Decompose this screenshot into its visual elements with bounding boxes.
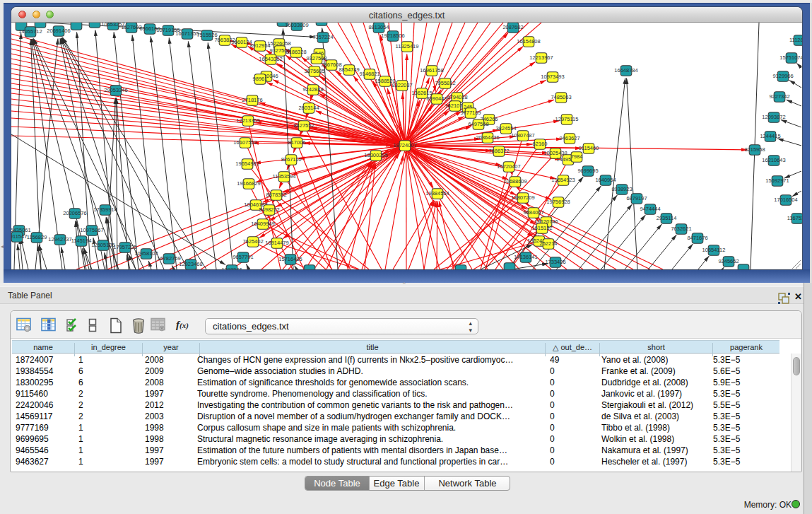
svg-text:20206576: 20206576 bbox=[63, 210, 86, 216]
svg-text:9227342: 9227342 bbox=[769, 93, 789, 100]
svg-text:252214: 252214 bbox=[539, 240, 557, 247]
svg-text:2935114: 2935114 bbox=[657, 215, 677, 221]
svg-text:16782759: 16782759 bbox=[157, 255, 180, 262]
svg-text:16033809: 16033809 bbox=[285, 23, 308, 28]
svg-text:8215958: 8215958 bbox=[744, 146, 765, 153]
svg-text:14055712: 14055712 bbox=[18, 28, 42, 35]
svg-text:18724007: 18724007 bbox=[393, 142, 416, 148]
svg-text:8471676: 8471676 bbox=[687, 235, 707, 241]
svg-text:12942737: 12942737 bbox=[48, 236, 71, 243]
svg-text:1145194: 1145194 bbox=[71, 238, 92, 244]
svg-text:1112873: 1112873 bbox=[789, 37, 802, 43]
svg-text:2718176: 2718176 bbox=[242, 97, 262, 103]
svg-text:20691406: 20691406 bbox=[47, 28, 70, 34]
svg-text:9474444: 9474444 bbox=[640, 206, 660, 212]
svg-text:15692971: 15692971 bbox=[765, 177, 789, 184]
svg-text:19654923: 19654923 bbox=[551, 177, 575, 183]
svg-text:3824554: 3824554 bbox=[495, 125, 516, 132]
svg-text:9777169: 9777169 bbox=[460, 110, 481, 116]
svg-text:11353594: 11353594 bbox=[273, 173, 296, 180]
svg-text:19654983: 19654983 bbox=[235, 160, 259, 167]
svg-text:62160: 62160 bbox=[533, 141, 548, 147]
svg-text:9115460: 9115460 bbox=[579, 145, 599, 151]
svg-text:5498222: 5498222 bbox=[259, 206, 279, 213]
svg-text:8854749: 8854749 bbox=[339, 66, 359, 73]
svg-text:12923468: 12923468 bbox=[179, 261, 202, 267]
svg-text:16543362: 16543362 bbox=[259, 56, 282, 62]
svg-text:17016504: 17016504 bbox=[774, 197, 797, 203]
svg-text:11325419: 11325419 bbox=[396, 43, 419, 49]
svg-text:3875685: 3875685 bbox=[304, 68, 324, 74]
svg-text:18807209: 18807209 bbox=[511, 194, 534, 201]
svg-text:8990448: 8990448 bbox=[426, 95, 447, 102]
svg-text:14136141: 14136141 bbox=[514, 254, 537, 260]
svg-text:10807487: 10807487 bbox=[511, 132, 534, 139]
svg-text:16671355: 16671355 bbox=[175, 30, 199, 37]
svg-text:16154808: 16154808 bbox=[517, 38, 540, 45]
svg-text:8878352: 8878352 bbox=[266, 192, 286, 198]
svg-text:8427552: 8427552 bbox=[293, 122, 314, 129]
svg-text:98961: 98961 bbox=[253, 76, 268, 82]
svg-text:9660124: 9660124 bbox=[231, 39, 252, 45]
svg-text:8813054: 8813054 bbox=[368, 24, 389, 30]
svg-text:9129966: 9129966 bbox=[772, 73, 793, 79]
svg-text:15720407: 15720407 bbox=[497, 163, 520, 170]
svg-text:7632621: 7632621 bbox=[671, 226, 691, 232]
svg-text:29053346: 29053346 bbox=[104, 87, 127, 93]
svg-text:16648784: 16648784 bbox=[614, 67, 637, 74]
svg-text:7886372: 7886372 bbox=[488, 148, 509, 154]
svg-text:7357224: 7357224 bbox=[312, 34, 333, 40]
svg-text:19756928: 19756928 bbox=[546, 199, 570, 205]
svg-text:9699695: 9699695 bbox=[577, 168, 598, 174]
svg-text:16914479: 16914479 bbox=[265, 240, 288, 246]
svg-text:9245652: 9245652 bbox=[718, 258, 739, 264]
svg-text:1292346: 1292346 bbox=[221, 267, 242, 269]
svg-text:9146821: 9146821 bbox=[359, 71, 379, 77]
svg-text:12505135: 12505135 bbox=[91, 242, 114, 248]
svg-text:12213967: 12213967 bbox=[529, 54, 553, 61]
svg-text:10975867: 10975867 bbox=[80, 227, 103, 233]
svg-text:9084067: 9084067 bbox=[523, 209, 543, 216]
svg-text:9657791: 9657791 bbox=[233, 254, 253, 260]
svg-text:17359914: 17359914 bbox=[93, 206, 117, 213]
svg-text:1615132: 1615132 bbox=[531, 225, 552, 231]
svg-text:2087682: 2087682 bbox=[502, 24, 523, 30]
svg-text:16210643: 16210643 bbox=[762, 157, 785, 163]
svg-text:16961758: 16961758 bbox=[420, 67, 443, 74]
svg-text:8186328: 8186328 bbox=[286, 49, 306, 55]
svg-text:2803144: 2803144 bbox=[298, 105, 319, 111]
svg-text:12975115: 12975115 bbox=[555, 116, 579, 122]
svg-text:7485063: 7485063 bbox=[551, 94, 571, 100]
svg-text:1527602: 1527602 bbox=[121, 24, 141, 30]
svg-text:1167534: 1167534 bbox=[787, 215, 802, 221]
svg-text:9463627: 9463627 bbox=[559, 135, 579, 141]
svg-text:10654112: 10654112 bbox=[702, 247, 726, 253]
svg-text:10973493: 10973493 bbox=[541, 74, 564, 80]
svg-text:12213369: 12213369 bbox=[236, 117, 259, 124]
svg-text:9242848: 9242848 bbox=[302, 86, 323, 93]
svg-text:7625402: 7625402 bbox=[242, 238, 263, 245]
svg-text:20364436: 20364436 bbox=[476, 134, 499, 141]
svg-text:6794028: 6794028 bbox=[447, 94, 467, 100]
svg-text:16107552: 16107552 bbox=[233, 139, 257, 146]
svg-text:1640954: 1640954 bbox=[595, 177, 616, 183]
svg-text:15716485: 15716485 bbox=[278, 256, 302, 262]
svg-text:6497568: 6497568 bbox=[468, 121, 488, 127]
svg-text:8322037: 8322037 bbox=[392, 82, 412, 88]
svg-text:10958107: 10958107 bbox=[134, 250, 158, 257]
svg-text:8267110: 8267110 bbox=[281, 156, 302, 163]
svg-text:12093872: 12093872 bbox=[762, 114, 785, 120]
svg-text:8938923: 8938923 bbox=[611, 186, 632, 192]
svg-text:18300295: 18300295 bbox=[364, 152, 387, 158]
svg-text:15751074: 15751074 bbox=[779, 54, 802, 61]
svg-text:17957225: 17957225 bbox=[113, 244, 136, 250]
svg-text:817006: 817006 bbox=[288, 139, 305, 146]
svg-text:10688609: 10688609 bbox=[503, 178, 526, 185]
svg-text:1244415: 1244415 bbox=[760, 133, 780, 139]
svg-text:7984: 7984 bbox=[571, 153, 583, 160]
svg-text:19218506: 19218506 bbox=[381, 33, 404, 39]
svg-text:9327508: 9327508 bbox=[306, 55, 326, 62]
svg-text:19166829: 19166829 bbox=[237, 180, 260, 187]
svg-text:7955812: 7955812 bbox=[435, 80, 455, 86]
svg-text:1733426: 1733426 bbox=[545, 259, 565, 265]
